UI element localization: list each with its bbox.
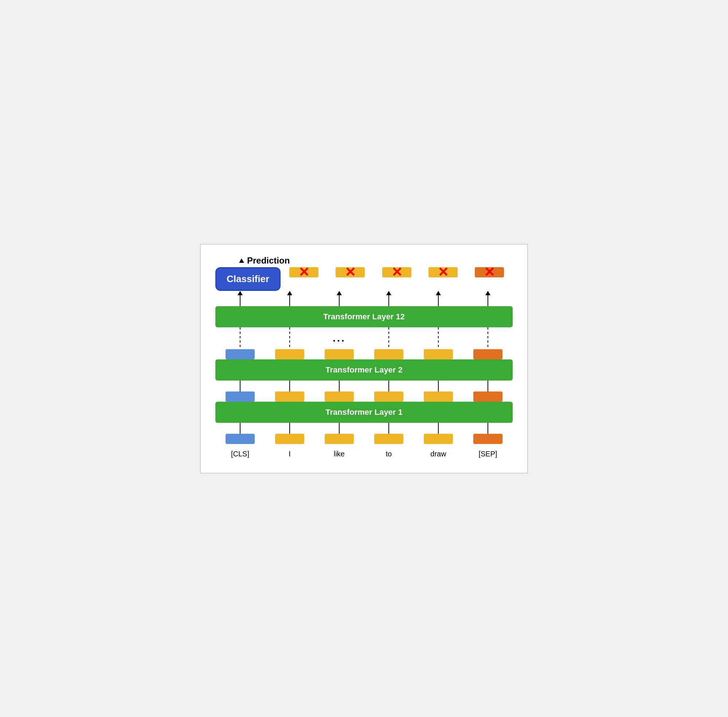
embedding-box-5-l2	[473, 349, 503, 359]
arrow-cls-up	[215, 291, 265, 306]
token-box-row1-3	[364, 392, 414, 402]
dots-label: ...	[333, 327, 346, 349]
solid-line-1	[289, 381, 290, 392]
output-box-1	[289, 267, 318, 278]
arrow-2-up	[314, 291, 364, 306]
solid-5	[463, 381, 513, 392]
solid-line-to-input-1	[289, 423, 290, 434]
arrow-4-up	[414, 291, 463, 306]
line-to-input-2	[314, 423, 364, 434]
dashed-1	[265, 327, 314, 349]
input-box-2	[324, 434, 354, 444]
arrowhead-up-4	[436, 291, 441, 295]
cls-column-top: Classifier	[215, 267, 280, 291]
classifier-label: Classifier	[227, 273, 269, 284]
embedding-box-4-l1	[424, 392, 453, 402]
line-to-input-3	[364, 423, 414, 434]
embedding-box-4-l2	[424, 349, 453, 359]
line-up-3	[388, 295, 389, 306]
line-to-input-cls	[215, 423, 265, 434]
input-token-2	[314, 434, 364, 444]
embedding-box-3-l1	[374, 392, 404, 402]
dashed-line-cls	[240, 327, 241, 349]
token-box-row2-2	[314, 349, 364, 359]
solid-line-to-input-2	[339, 423, 340, 434]
token-box-row1-cls	[215, 392, 265, 402]
dashed-line-3	[388, 327, 389, 349]
dots-text: ...	[333, 333, 346, 344]
input-box-5	[473, 434, 503, 444]
token-col-2-top: ✕	[327, 267, 373, 291]
crossed-box-2: ✕	[335, 267, 365, 278]
label-1: I	[265, 447, 314, 458]
token-col-4-top: ✕	[420, 267, 466, 291]
token-label-1: I	[289, 450, 291, 458]
dashed-cls	[215, 327, 265, 349]
transformer-layer-12-label: Transformer Layer 12	[323, 312, 405, 321]
transformer-layer-2: Transformer Layer 2	[215, 359, 513, 381]
transformer-layer-1-box: Transformer Layer 1	[215, 402, 513, 423]
crossed-box-4: ✕	[428, 267, 458, 278]
token-box-row2-3	[364, 349, 414, 359]
input-token-5	[463, 434, 513, 444]
input-box-1	[275, 434, 304, 444]
dashed-dots: ...	[314, 327, 364, 349]
input-token-3	[364, 434, 414, 444]
dashed-line-5	[487, 327, 488, 349]
embedding-box-1-l2	[275, 349, 304, 359]
embedding-box-2-l1	[324, 392, 354, 402]
solid-line-to-input-3	[388, 423, 389, 434]
token-col-1-top: ✕	[280, 267, 327, 291]
solid-line-4	[438, 381, 439, 392]
output-box-4	[428, 267, 458, 278]
solid-line-to-input-4	[438, 423, 439, 434]
crossed-box-3: ✕	[382, 267, 411, 278]
input-box-cls	[225, 434, 255, 444]
token-box-row1-2	[314, 392, 364, 402]
solid-line-5	[487, 381, 488, 392]
solid-line-to-input-cls	[240, 423, 241, 434]
token-label-5: [SEP]	[478, 450, 497, 458]
transformer-layer-12-box: Transformer Layer 12	[215, 306, 513, 327]
token-box-row1-1	[265, 392, 314, 402]
arrow-5-up	[463, 291, 513, 306]
solid-line-2	[339, 381, 340, 392]
arrow-up-1	[287, 291, 292, 306]
arrow-up-5	[485, 291, 490, 306]
arrow-1-up	[265, 291, 314, 306]
line-up-1	[289, 295, 290, 306]
crossed-box-5: ✕	[475, 267, 504, 278]
prediction-arrow-icon	[239, 258, 244, 263]
arrow-up-3	[386, 291, 391, 306]
embedding-box-3-l2	[374, 349, 404, 359]
token-label-3: to	[386, 450, 392, 458]
solid-3	[364, 381, 414, 392]
line-up-cls	[240, 295, 241, 306]
input-box-4	[424, 434, 453, 444]
output-box-5	[475, 267, 504, 278]
transformer-layer-2-box: Transformer Layer 2	[215, 359, 513, 381]
label-4: draw	[414, 447, 463, 458]
token-box-row2-4	[414, 349, 463, 359]
line-up-2	[339, 295, 340, 306]
line-to-input-4	[414, 423, 463, 434]
input-token-1	[265, 434, 314, 444]
label-cls: [CLS]	[215, 447, 265, 458]
output-box-2	[335, 267, 365, 278]
solid-line-cls	[240, 381, 241, 392]
transformer-layer-12: Transformer Layer 12	[215, 306, 513, 327]
dashed-4	[414, 327, 463, 349]
line-to-input-1	[265, 423, 314, 434]
arrowhead-up-3	[386, 291, 391, 295]
crossed-box-1: ✕	[289, 267, 318, 278]
arrow-up-cls	[238, 291, 243, 306]
arrow-3-up	[364, 291, 414, 306]
arrow-up-2	[337, 291, 342, 306]
label-3: to	[364, 447, 414, 458]
diagram: Prediction Classifier ✕ ✕	[200, 244, 528, 473]
embedding-box-1-l1	[275, 392, 304, 402]
solid-line-to-input-5	[487, 423, 488, 434]
token-col-5-top: ✕	[466, 267, 513, 291]
input-token-4	[414, 434, 463, 444]
arrowhead-up-cls	[238, 291, 243, 295]
